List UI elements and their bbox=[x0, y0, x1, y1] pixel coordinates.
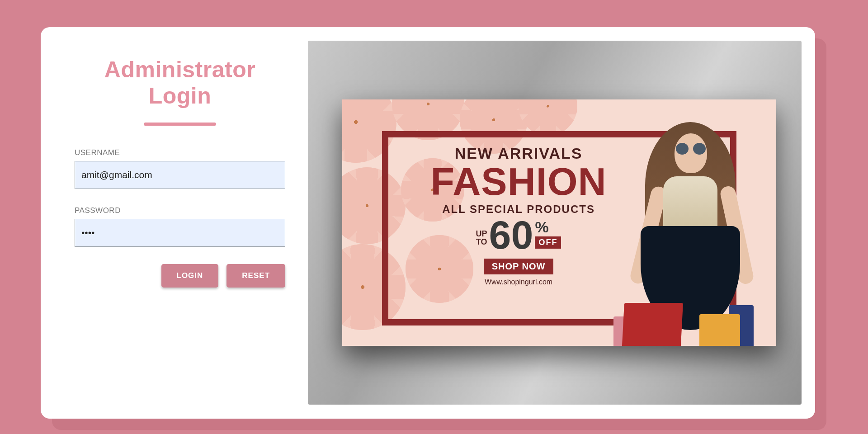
username-input[interactable] bbox=[75, 161, 285, 189]
password-input[interactable] bbox=[75, 219, 285, 247]
button-row: LOGIN RESET bbox=[75, 264, 285, 288]
watermark-text: envato bbox=[685, 252, 726, 269]
banner-url: Www.shopingurl.com bbox=[406, 278, 632, 286]
password-group: PASSWORD bbox=[75, 206, 285, 247]
shop-now-badge: SHOP NOW bbox=[484, 259, 554, 274]
page-title: Administrator Login bbox=[75, 57, 285, 109]
discount-number: 60 bbox=[489, 219, 533, 251]
title-underline bbox=[144, 123, 216, 126]
username-group: USERNAME bbox=[75, 148, 285, 189]
login-card: Administrator Login USERNAME PASSWORD LO… bbox=[41, 27, 815, 419]
percent-sign: % bbox=[535, 219, 548, 235]
up-text: UP bbox=[476, 230, 487, 238]
to-text: TO bbox=[476, 238, 487, 246]
login-form: USERNAME PASSWORD LOGIN RESET bbox=[75, 148, 285, 288]
percent-off: % OFF bbox=[535, 219, 561, 249]
fashion-banner: NEW ARRIVALS FASHION ALL SPECIAL PRODUCT… bbox=[342, 99, 776, 346]
upto-label: UP TO bbox=[476, 230, 487, 246]
login-button[interactable]: LOGIN bbox=[161, 264, 219, 288]
username-label: USERNAME bbox=[75, 148, 285, 157]
password-label: PASSWORD bbox=[75, 206, 285, 215]
flower-decoration bbox=[519, 99, 577, 136]
banner-headline-2: FASHION bbox=[406, 163, 632, 200]
login-panel: Administrator Login USERNAME PASSWORD LO… bbox=[41, 27, 308, 419]
discount-block: UP TO 60 % OFF bbox=[406, 219, 632, 251]
banner-wrap: NEW ARRIVALS FASHION ALL SPECIAL PRODUCT… bbox=[342, 99, 776, 346]
banner-text: NEW ARRIVALS FASHION ALL SPECIAL PRODUCT… bbox=[406, 145, 632, 286]
promo-panel: NEW ARRIVALS FASHION ALL SPECIAL PRODUCT… bbox=[308, 41, 802, 405]
off-badge: OFF bbox=[535, 236, 561, 249]
reset-button[interactable]: RESET bbox=[226, 264, 285, 288]
